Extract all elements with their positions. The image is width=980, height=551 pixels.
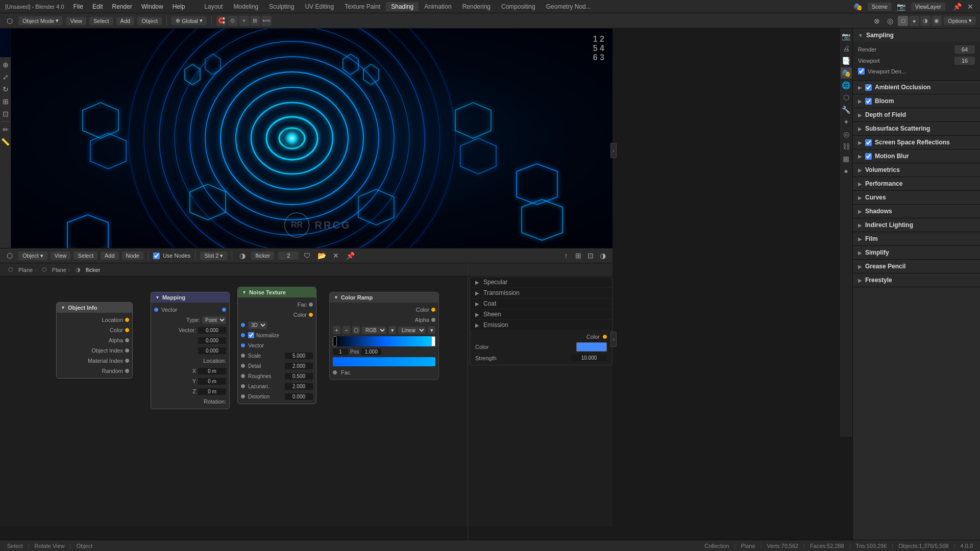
noise-header-bar[interactable]: ▼ Noise Texture bbox=[238, 287, 316, 297]
node-add-btn[interactable]: Add bbox=[101, 252, 119, 260]
viewport-value[interactable]: 16 bbox=[954, 57, 975, 65]
main-3d-viewport[interactable]: ⊕ ⤢ ↻ ⊞ ⊡ ✏ 📏 bbox=[0, 29, 612, 248]
object-mode-status[interactable]: Object bbox=[73, 543, 95, 549]
mapping-node[interactable]: ▼ Mapping Vector Type: Point Vector: bbox=[151, 292, 230, 409]
noise-dim-select[interactable]: 3D bbox=[248, 321, 267, 329]
rendered-btn[interactable]: ◉ bbox=[932, 16, 942, 26]
node-view-btn[interactable]: View bbox=[51, 252, 71, 260]
tab-layout[interactable]: Layout bbox=[199, 2, 228, 11]
ao-checkbox[interactable] bbox=[865, 84, 872, 91]
annotate-tool[interactable]: ✏ bbox=[0, 124, 11, 135]
cr-marker-right[interactable] bbox=[431, 336, 435, 346]
mapping-vx-input[interactable] bbox=[198, 327, 226, 334]
sampling-header[interactable]: ▼ Sampling bbox=[853, 29, 980, 42]
options-button[interactable]: Options ▾ bbox=[944, 16, 976, 25]
coat-row[interactable]: ▶ Coat bbox=[470, 298, 612, 309]
snap-icon[interactable]: 🧲 bbox=[216, 16, 227, 26]
cr-index-input[interactable] bbox=[333, 348, 348, 355]
viewport-denoise-checkbox[interactable] bbox=[858, 68, 865, 74]
menu-file[interactable]: File bbox=[69, 2, 87, 11]
solid-btn[interactable]: ● bbox=[909, 16, 919, 26]
view-button[interactable]: View bbox=[66, 17, 86, 25]
node-node-btn[interactable]: Node bbox=[122, 252, 143, 260]
data-properties-icon[interactable]: ▦ bbox=[841, 153, 852, 164]
shader-sphere-icon[interactable]: ◑ bbox=[237, 250, 248, 261]
collapse-arrow-viewport[interactable]: › bbox=[610, 143, 617, 158]
noise-lac-input[interactable] bbox=[285, 383, 313, 390]
scale-tool[interactable]: ⊞ bbox=[0, 96, 11, 107]
breadcrumb-plane2[interactable]: Plane bbox=[52, 267, 66, 273]
use-nodes-checkbox[interactable] bbox=[153, 253, 160, 259]
cr-color-swatch[interactable] bbox=[333, 357, 435, 366]
select-mode[interactable]: Select bbox=[4, 543, 26, 549]
tab-geometry-nodes[interactable]: Geometry Nod... bbox=[541, 2, 596, 11]
cr-interp-select[interactable]: Linear bbox=[398, 327, 426, 334]
close-icon[interactable]: ✕ bbox=[965, 1, 976, 12]
node-renderer-icon[interactable]: ◑ bbox=[597, 250, 608, 261]
mapping-locx-input[interactable] bbox=[198, 368, 226, 374]
freestyle-header[interactable]: ▶ Freestyle bbox=[853, 273, 980, 287]
simplify-header[interactable]: ▶ Simplify bbox=[853, 246, 980, 259]
mapping-locy-input[interactable] bbox=[198, 378, 226, 385]
viewlayer-icon[interactable]: 📷 bbox=[896, 1, 907, 12]
sss-header[interactable]: ▶ Subsurface Scattering bbox=[853, 122, 980, 135]
pin-icon[interactable]: 📌 bbox=[951, 1, 963, 12]
colorramp-header-bar[interactable]: ▼ Color Ramp bbox=[330, 292, 438, 303]
render-value[interactable]: 64 bbox=[954, 45, 975, 54]
tab-rendering[interactable]: Rendering bbox=[457, 2, 496, 11]
pin-shader-icon[interactable]: 📌 bbox=[345, 250, 356, 261]
output-properties-icon[interactable]: 🖨 bbox=[841, 43, 852, 54]
unlink-icon[interactable]: ✕ bbox=[330, 250, 341, 261]
node-select-btn[interactable]: Select bbox=[74, 252, 97, 260]
cr-remove-btn[interactable]: − bbox=[342, 326, 350, 334]
material-properties-icon[interactable]: ● bbox=[841, 165, 852, 177]
menu-help[interactable]: Help bbox=[168, 2, 189, 11]
add-button[interactable]: Add bbox=[116, 17, 135, 25]
xray-icon[interactable]: ◎ bbox=[885, 15, 896, 27]
proportional-edit-icon[interactable]: ⊙ bbox=[228, 16, 238, 26]
material-preview-btn[interactable]: ◑ bbox=[920, 16, 930, 26]
viewlayer-label[interactable]: ViewLayer bbox=[911, 3, 945, 11]
shield-icon[interactable]: 🛡 bbox=[302, 250, 313, 261]
curves-header[interactable]: ▶ Curves bbox=[853, 191, 980, 204]
performance-header[interactable]: ▶ Performance bbox=[853, 177, 980, 190]
breadcrumb-plane1[interactable]: Plane bbox=[18, 267, 33, 273]
shader-name-btn[interactable]: flicker bbox=[251, 252, 274, 260]
viewport-overlay-icon[interactable]: ⊗ bbox=[871, 15, 883, 27]
physics-icon[interactable]: ◎ bbox=[841, 129, 852, 140]
grease-pencil-header[interactable]: ▶ Grease Pencil bbox=[853, 260, 980, 273]
dof-header[interactable]: ▶ Depth of Field bbox=[853, 108, 980, 121]
object-info-node[interactable]: ▼ Object Info Location Color Alpha Objec… bbox=[56, 302, 133, 379]
mapping-header-bar[interactable]: ▼ Mapping bbox=[151, 292, 229, 303]
cr-color-mode-select[interactable]: RGB bbox=[362, 327, 386, 334]
node-view-icon[interactable]: ⊞ bbox=[573, 250, 584, 261]
node-editor-type-icon[interactable]: ⬡ bbox=[4, 250, 15, 261]
mb-checkbox[interactable] bbox=[865, 153, 872, 160]
modifier-properties-icon[interactable]: 🔧 bbox=[841, 104, 852, 115]
noise-dist-input[interactable] bbox=[285, 393, 313, 400]
noise-rough-input[interactable] bbox=[285, 373, 313, 380]
browse-icon[interactable]: 📂 bbox=[316, 250, 327, 261]
node-grid-icon[interactable]: ⊡ bbox=[585, 250, 596, 261]
collapse-arrow-nodes[interactable]: › bbox=[610, 332, 617, 347]
tab-shading[interactable]: Shading bbox=[386, 2, 419, 11]
cursor-tool[interactable]: ⊕ bbox=[0, 59, 11, 70]
ambient-occlusion-header[interactable]: ▶ Ambient Occlusion bbox=[853, 81, 980, 94]
tab-texture-paint[interactable]: Texture Paint bbox=[339, 2, 385, 11]
cr-marker-left[interactable] bbox=[333, 336, 337, 346]
node-area[interactable]: ▼ Object Info Location Color Alpha Objec… bbox=[0, 277, 612, 527]
shadows-header[interactable]: ▶ Shadows bbox=[853, 205, 980, 218]
rotate-tool[interactable]: ↻ bbox=[0, 84, 11, 95]
particles-icon[interactable]: ✦ bbox=[841, 116, 852, 128]
volumetrics-header[interactable]: ▶ Volumetrics bbox=[853, 163, 980, 177]
wireframe-btn[interactable]: ◻ bbox=[898, 16, 908, 26]
noise-normalize-check[interactable] bbox=[248, 332, 254, 338]
tab-modeling[interactable]: Modeling bbox=[228, 2, 263, 11]
object-button[interactable]: Object bbox=[137, 17, 162, 25]
cr-add-btn[interactable]: + bbox=[333, 326, 340, 334]
mode-dropdown[interactable]: Object Mode ▾ bbox=[18, 16, 63, 25]
node-pin-icon[interactable]: ↑ bbox=[560, 250, 572, 261]
noise-scale-input[interactable] bbox=[285, 353, 313, 359]
sheen-row[interactable]: ▶ Sheen bbox=[470, 309, 612, 320]
cr-flip-btn[interactable]: ⬡ bbox=[352, 326, 360, 334]
